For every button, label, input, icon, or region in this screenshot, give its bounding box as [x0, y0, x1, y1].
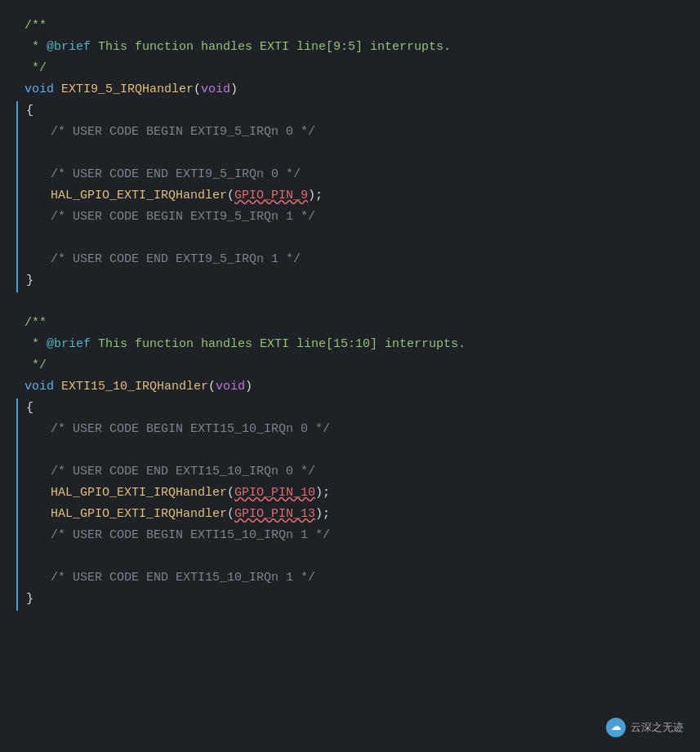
blank-3: [16, 441, 700, 462]
func-decl-1: void EXTI9_5_IRQHandler(void): [16, 80, 700, 101]
brace-close-2: }: [16, 590, 700, 611]
watermark-icon: ☁: [606, 718, 626, 737]
brace-open-2: {: [16, 398, 700, 420]
doc-comment-open-2: /**: [16, 314, 700, 335]
doc-comment-close-2: */: [16, 356, 700, 377]
comment-begin-2: /* USER CODE BEGIN EXTI9_5_IRQn 1 */: [16, 207, 700, 229]
comment-begin-4: /* USER CODE BEGIN EXTI15_10_IRQn 1 */: [16, 526, 700, 547]
brace-close-1: }: [16, 271, 700, 292]
brace-open-1: {: [16, 101, 700, 122]
comment-end-4: /* USER CODE END EXTI15_10_IRQn 1 */: [16, 568, 700, 590]
comment-begin-3: /* USER CODE BEGIN EXTI15_10_IRQn 0 */: [16, 420, 700, 441]
code-editor: /** * @brief This function handles EXTI …: [0, 0, 700, 627]
hal-call-3: HAL_GPIO_EXTI_IRQHandler(GPIO_PIN_13);: [16, 505, 700, 526]
blank-4: [16, 547, 700, 568]
watermark-text: 云深之无迹: [631, 719, 684, 736]
comment-begin-1: /* USER CODE BEGIN EXTI9_5_IRQn 0 */: [16, 122, 700, 144]
doc-comment-brief-2: * @brief This function handles EXTI line…: [16, 335, 700, 356]
hal-call-2: HAL_GPIO_EXTI_IRQHandler(GPIO_PIN_10);: [16, 483, 700, 505]
comment-end-3: /* USER CODE END EXTI15_10_IRQn 0 */: [16, 462, 700, 483]
func-decl-2: void EXTI15_10_IRQHandler(void): [16, 377, 700, 398]
blank-2: [16, 229, 700, 250]
hal-call-1: HAL_GPIO_EXTI_IRQHandler(GPIO_PIN_9);: [16, 186, 700, 207]
doc-comment-open-1: /**: [16, 16, 700, 38]
separator: [16, 292, 700, 314]
doc-comment-brief-1: * @brief This function handles EXTI line…: [16, 38, 700, 59]
watermark: ☁ 云深之无迹: [606, 718, 684, 737]
comment-end-2: /* USER CODE END EXTI9_5_IRQn 1 */: [16, 250, 700, 271]
doc-comment-close-1: */: [16, 59, 700, 80]
blank-1: [16, 144, 700, 165]
comment-end-1: /* USER CODE END EXTI9_5_IRQn 0 */: [16, 165, 700, 186]
